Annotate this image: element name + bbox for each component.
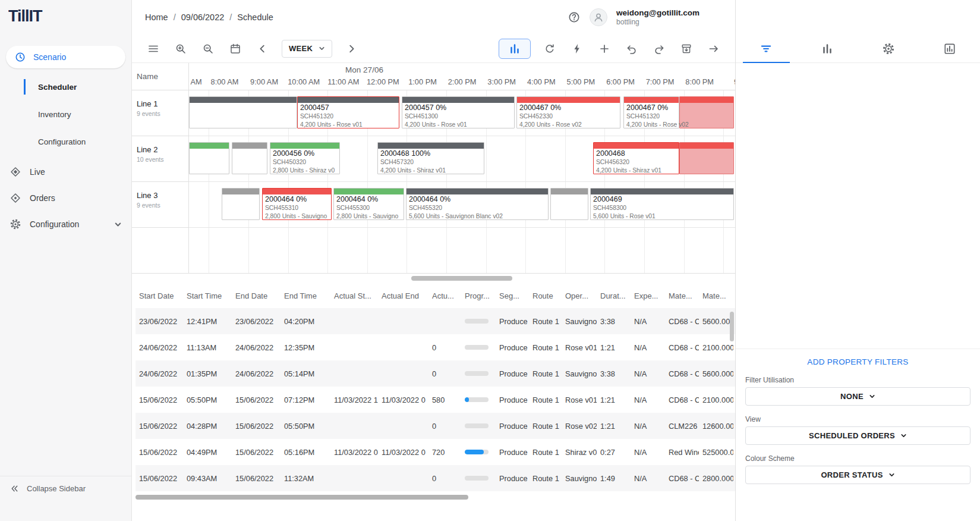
table-body: 23/06/202212:41PM23/06/202204:20PMProduc… [136, 308, 735, 491]
undo-icon[interactable] [623, 40, 640, 57]
utilisation-toggle-button[interactable] [499, 39, 531, 59]
gantt-event-bar[interactable] [222, 188, 260, 220]
redo-icon[interactable] [651, 40, 667, 57]
column-header[interactable]: End Date [232, 291, 281, 300]
table-row[interactable]: 23/06/202212:41PM23/06/202204:20PMProduc… [136, 308, 735, 334]
tab-settings[interactable] [858, 34, 919, 62]
sidebar-item-inventory[interactable]: Inventory [0, 101, 131, 128]
event-status-strip [680, 143, 733, 149]
table-cell: 01:35PM [183, 369, 232, 378]
gantt-event-bar[interactable]: 2000456 0%SCH4503202,800 Units - Shiraz … [270, 142, 340, 174]
filter-utilisation-select[interactable]: NONE [745, 387, 970, 406]
column-header[interactable]: Progr... [461, 291, 496, 300]
tab-filters[interactable] [736, 34, 797, 62]
event-status-strip [334, 189, 404, 194]
sidebar-item-scheduler[interactable]: Scheduler [0, 73, 131, 101]
tab-reports[interactable] [919, 34, 980, 62]
event-units: 2,800 Units - Sauvigno [265, 212, 329, 220]
time-label: AM [190, 77, 201, 86]
gantt-event-bar[interactable]: 2000457SCH4513204,200 Units - Rose v01 [297, 96, 399, 128]
add-icon[interactable] [596, 40, 613, 57]
breadcrumb-date[interactable]: 09/06/2022 [181, 12, 225, 22]
column-header[interactable]: Start Date [136, 291, 183, 300]
calendar-icon[interactable] [227, 40, 244, 57]
table-cell: 5600.000 [699, 369, 733, 378]
sidebar-item-live[interactable]: Live [0, 159, 131, 185]
column-header[interactable]: Route [529, 291, 562, 300]
gantt-event-bar[interactable]: 2000468 100%SCH4573204,200 Units - Shira… [377, 142, 484, 174]
table-row[interactable]: 15/06/202205:50PM15/06/202207:12PM11/03/… [136, 387, 735, 413]
event-schedule-id: SCH451320 [626, 112, 676, 121]
table-row[interactable]: 15/06/202204:28PM15/06/202205:50PM0Produ… [136, 413, 735, 439]
app-root: TillIT Scenario Scheduler Inventory Conf… [0, 0, 980, 521]
gantt-event-bar[interactable]: 2000468SCH4563204,200 Units - Shiraz v01 [593, 142, 679, 174]
event-order-number: 2000457 0% [405, 103, 512, 112]
column-header[interactable]: End Time [281, 291, 330, 300]
gantt-event-bar[interactable]: 2000467 0%SCH4513204,200 Units - Rose v0… [623, 96, 679, 128]
menu-icon[interactable] [145, 40, 162, 57]
colour-scheme-select[interactable]: ORDER STATUS [745, 466, 970, 484]
filter-panel: ADD PROPERTY FILTERS Filter Utilisation … [736, 63, 980, 521]
gantt-event-bar[interactable] [550, 188, 588, 220]
table-cell: N/A [631, 474, 665, 483]
next-period-button[interactable] [343, 40, 360, 57]
app-logo[interactable]: TillIT [0, 0, 131, 30]
gantt-event-bar[interactable]: 2000464 0%SCH4553205,600 Units - Sauvign… [406, 188, 549, 220]
table-cell: CD68 - Cc [665, 369, 699, 378]
refresh-icon[interactable] [541, 40, 558, 57]
week-selector[interactable]: WEEK [282, 40, 332, 58]
add-property-filters-button[interactable]: ADD PROPERTY FILTERS [736, 357, 980, 366]
table-row[interactable]: 24/06/202201:35PM24/06/202205:14PM0Produ… [136, 360, 735, 387]
column-header[interactable]: Actual St... [330, 291, 378, 300]
breadcrumb-home[interactable]: Home [145, 12, 168, 22]
zoom-out-icon[interactable] [200, 40, 216, 57]
event-order-number: 2000469 [593, 195, 731, 204]
column-header[interactable]: Mate... [699, 291, 733, 300]
column-header[interactable]: Actual End [378, 291, 428, 300]
column-header[interactable]: Durat... [597, 291, 631, 300]
sidebar-item-scenario[interactable]: Scenario [6, 46, 125, 68]
gantt-event-bar[interactable] [189, 142, 229, 174]
gantt-event-bar[interactable] [679, 142, 734, 174]
table-row[interactable]: 24/06/202211:13AM24/06/202212:35PM0Produ… [136, 334, 735, 360]
table-cell: 2100.000 [699, 343, 733, 352]
help-icon[interactable] [568, 11, 581, 24]
table-vscroll-thumb[interactable] [730, 312, 734, 341]
panel-tabs [736, 34, 980, 63]
sidebar-item-orders[interactable]: Orders [0, 185, 131, 211]
table-row[interactable]: 15/06/202209:43AM15/06/202211:32AM0Produ… [136, 465, 735, 491]
column-header[interactable]: Start Time [183, 291, 232, 300]
gantt-row-name[interactable]: Line 210 events [132, 136, 188, 182]
table-cell: 1:21 [597, 422, 631, 431]
prev-period-button[interactable] [254, 40, 271, 57]
avatar[interactable] [590, 8, 607, 26]
gantt-event-bar[interactable]: 2000467 0%SCH4523304,200 Units - Rose v0… [516, 96, 620, 128]
flash-icon[interactable] [569, 40, 585, 57]
table-row[interactable]: 15/06/202204:49PM15/06/202205:16PM11/03/… [136, 439, 735, 465]
column-header[interactable]: Mate... [665, 291, 699, 300]
gantt-event-bar[interactable]: 2000464 0%SCH4553102,800 Units - Sauvign… [262, 188, 332, 220]
sidebar-item-configuration[interactable]: Configuration [0, 211, 131, 237]
sidebar-item-configuration-sub[interactable]: Configuration [0, 128, 131, 155]
zoom-in-icon[interactable] [172, 40, 189, 57]
column-header[interactable]: Expe... [631, 291, 665, 300]
gantt-hscroll-thumb[interactable] [411, 276, 512, 281]
gantt-row-name[interactable]: Line 19 events [132, 90, 188, 136]
table-hscroll-thumb[interactable] [136, 495, 468, 500]
collapse-sidebar-button[interactable]: Collapse Sidebar [0, 476, 131, 501]
column-header[interactable]: Oper... [562, 291, 597, 300]
gantt-event-bar[interactable]: 2000464 0%SCH4553002,800 Units - Sauvign… [333, 188, 404, 220]
gantt-event-bar[interactable] [189, 96, 297, 128]
archive-icon[interactable] [678, 40, 695, 57]
column-header[interactable]: Seg... [496, 291, 529, 300]
column-header[interactable]: Actu... [428, 291, 461, 300]
gantt-event-bar[interactable] [232, 142, 267, 174]
gantt-event-bar[interactable]: 2000457 0%SCH4513004,200 Units - Rose v0… [402, 96, 515, 128]
gantt-event-bar[interactable]: 2000469SCH4583005,600 Units - Rose v01 [590, 188, 734, 220]
gantt-row-name[interactable]: Line 39 events [132, 182, 188, 228]
table-cell: Produce [496, 474, 529, 483]
arrow-right-icon[interactable] [705, 40, 722, 57]
tab-utilisation[interactable] [797, 34, 858, 62]
breadcrumb-schedule[interactable]: Schedule [237, 12, 273, 22]
view-select[interactable]: SCHEDULED ORDERS [745, 426, 970, 445]
